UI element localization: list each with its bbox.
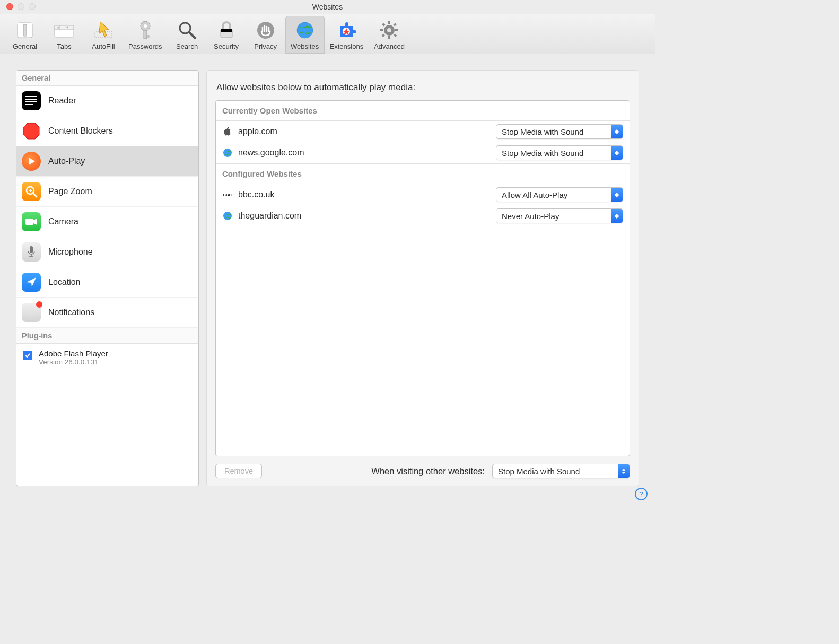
toolbar-label: Advanced [374,42,405,50]
svg-rect-44 [25,219,33,225]
svg-rect-29 [382,23,385,26]
sidebar-section-general: General [16,71,198,86]
svg-rect-34 [25,96,37,97]
site-row[interactable]: BBC bbc.co.uk Allow All Auto-Play [216,184,630,205]
svg-point-51 [223,212,232,220]
search-icon [176,19,198,41]
bbc-favicon-icon: BBC [222,189,233,200]
stop-icon [22,121,41,141]
zoom-window-button[interactable] [29,3,36,10]
toolbar-tab-passwords[interactable]: Passwords [123,16,168,54]
reader-icon [22,91,41,110]
svg-marker-39 [29,158,35,165]
remove-button[interactable]: Remove [215,464,262,478]
main-heading: Allow websites below to automatically pl… [216,82,629,93]
svg-rect-11 [144,30,147,39]
sidebar-item-camera[interactable]: Camera [16,207,198,237]
sidebar-item-page-zoom[interactable]: Page Zoom [16,177,198,207]
currently-open-header: Currently Open Websites [216,101,630,121]
autoplay-setting-popup[interactable]: Stop Media with Sound [496,145,623,160]
plugin-name: Adobe Flash Player [39,349,108,358]
svg-marker-8 [99,22,109,37]
toolbar: General ×+ Tabs AutoFill Passwords Searc… [0,14,655,54]
toolbar-tab-tabs[interactable]: ×+ Tabs [45,16,84,54]
tabs-icon: ×+ [53,19,75,41]
minimize-window-button[interactable] [18,3,24,10]
toolbar-label: Extensions [330,42,364,50]
toolbar-tab-websites[interactable]: Websites [285,16,325,54]
autoplay-setting-popup[interactable]: Allow All Auto-Play [496,187,623,202]
puzzle-icon [335,19,357,41]
gear-icon [378,19,400,41]
sidebar-item-label: Page Zoom [48,187,92,196]
site-name: theguardian.com [238,211,491,221]
svg-rect-46 [30,246,33,253]
autoplay-setting-popup[interactable]: Stop Media with Sound [496,124,623,139]
sidebar-item-label: Notifications [48,308,94,317]
close-window-button[interactable] [6,3,13,10]
sidebar-item-location[interactable]: Location [16,267,198,298]
svg-rect-12 [147,36,149,37]
sidebar-item-reader[interactable]: Reader [16,86,198,116]
svg-marker-38 [23,123,39,139]
svg-line-41 [33,193,37,197]
location-icon [22,273,41,292]
popup-value: Stop Media with Sound [496,127,611,136]
popup-value: Stop Media with Sound [496,149,611,158]
svg-point-50 [223,149,232,157]
sidebar-section-plugins: Plug-ins [16,328,198,344]
default-setting-popup[interactable]: Stop Media with Sound [492,464,630,478]
toolbar-tab-advanced[interactable]: Advanced [369,16,410,54]
hand-icon [255,19,277,41]
sidebar-item-auto-play[interactable]: Auto-Play [16,146,198,177]
toolbar-label: Privacy [254,42,277,50]
chevron-updown-icon [611,188,623,202]
site-row[interactable]: news.google.com Stop Media with Sound [216,142,630,163]
toolbar-label: Websites [291,42,319,50]
popup-value: Stop Media with Sound [493,467,618,476]
sidebar-item-label: Camera [48,217,78,227]
plugin-checkbox[interactable] [23,351,32,360]
other-websites-label: When visiting other websites: [371,466,485,476]
chevron-updown-icon [611,209,623,223]
globe-favicon-icon [222,147,233,158]
websites-panel: Currently Open Websites apple.com Stop M… [215,100,630,456]
svg-rect-26 [388,36,390,39]
sidebar-item-microphone[interactable]: Microphone [16,237,198,267]
apple-favicon-icon [222,126,233,137]
sidebar-item-notifications[interactable]: Notifications [16,298,198,328]
help-button[interactable]: ? [635,488,648,500]
svg-rect-35 [25,99,37,100]
toolbar-tab-security[interactable]: Security [207,16,246,54]
svg-rect-28 [395,29,398,31]
svg-rect-37 [25,104,33,105]
svg-rect-1 [23,24,27,36]
site-row[interactable]: apple.com Stop Media with Sound [216,121,630,142]
zoom-icon [22,182,41,201]
general-icon [14,19,36,41]
toolbar-tab-privacy[interactable]: Privacy [246,16,285,54]
svg-rect-31 [394,23,397,26]
main-panel: Allow websites below to automatically pl… [206,70,639,486]
toolbar-tab-autofill[interactable]: AutoFill [84,16,123,54]
site-name: news.google.com [238,148,491,158]
toolbar-tab-extensions[interactable]: Extensions [325,16,369,54]
sidebar-item-content-blockers[interactable]: Content Blockers [16,116,198,146]
svg-rect-27 [380,29,383,31]
svg-rect-18 [221,29,232,32]
toolbar-tab-general[interactable]: General [5,16,45,54]
svg-rect-25 [388,21,390,24]
autoplay-setting-popup[interactable]: Never Auto-Play [496,208,623,223]
plugin-row[interactable]: Adobe Flash Player Version 26.0.0.131 [16,344,198,371]
toolbar-tab-search[interactable]: Search [168,16,207,54]
preferences-window: Websites General ×+ Tabs AutoFill Passwo… [0,0,655,507]
site-name: apple.com [238,127,491,136]
microphone-icon [22,242,41,262]
chevron-updown-icon [611,146,623,160]
toolbar-label: Security [214,42,239,50]
site-row[interactable]: theguardian.com Never Auto-Play [216,205,630,227]
key-icon [134,19,156,41]
svg-rect-30 [394,34,397,37]
svg-point-33 [387,28,391,32]
footer: Remove When visiting other websites: Sto… [215,464,630,478]
